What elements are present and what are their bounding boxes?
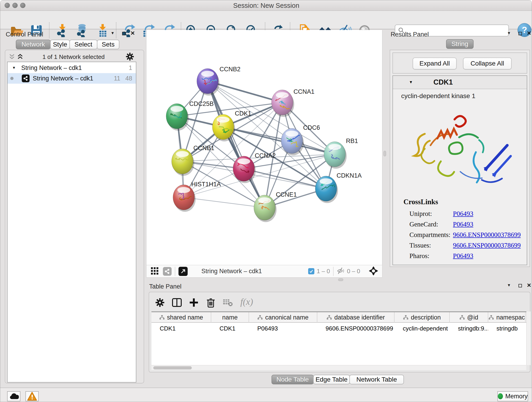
birds-eye-view-button[interactable] xyxy=(368,266,379,277)
column-label: namespac xyxy=(496,314,525,321)
add-column-button[interactable] xyxy=(188,297,200,308)
node-label-HIST1H1A: HIST1H1A xyxy=(191,181,221,188)
column-label: @id xyxy=(467,314,478,321)
column-header-name[interactable]: name xyxy=(211,312,249,323)
edge-CCNB2-CCNE1[interactable] xyxy=(208,81,265,208)
expand-all-button[interactable]: Expand All xyxy=(413,57,457,70)
column-header-namespac[interactable]: namespac xyxy=(488,312,526,323)
vertical-splitter[interactable] xyxy=(382,30,387,278)
gene-section-header[interactable]: ▼ CDK1 xyxy=(393,76,527,89)
node-CCNB2[interactable] xyxy=(197,69,220,96)
column-header-shared-name[interactable]: shared name xyxy=(152,312,211,323)
cell[interactable]: cyclin-dependent ... xyxy=(394,323,450,334)
node-CCNA2[interactable] xyxy=(233,156,256,183)
crosslink-label: GeneCard: xyxy=(409,220,453,228)
column-header-canonical-name[interactable]: canonical name xyxy=(249,312,317,323)
horizontal-splitter[interactable] xyxy=(146,278,532,282)
crosslink-link[interactable]: 9606.ENSP00000378699 xyxy=(453,242,521,249)
results-panel-collapse-button[interactable]: ▼ xyxy=(507,31,511,36)
tab-edge-table[interactable]: Edge Table xyxy=(313,375,350,384)
node-HIST1H1A[interactable] xyxy=(173,185,196,212)
tab-string[interactable]: String xyxy=(446,39,474,49)
selected-checkbox-icon[interactable] xyxy=(308,268,314,274)
control-panel-collapse-button[interactable]: ▼ xyxy=(111,31,114,36)
control-panel-float-button[interactable] xyxy=(122,32,126,36)
cell[interactable]: stringdb:9... xyxy=(450,323,488,334)
import-table-button[interactable] xyxy=(96,24,110,37)
network-share-view-button[interactable] xyxy=(163,267,172,276)
tab-sets[interactable]: Sets xyxy=(97,40,119,49)
crosslink-row: Pharos:P06493 xyxy=(409,250,524,261)
node-CCNE1[interactable] xyxy=(254,195,277,222)
cell[interactable]: CDK1 xyxy=(211,323,249,334)
table-options-gear-button[interactable] xyxy=(154,297,166,308)
float-window-icon xyxy=(122,32,126,35)
crosslink-link[interactable]: 9606.ENSP00000378699 xyxy=(453,231,521,239)
disclosure-triangle-icon[interactable]: ▼ xyxy=(409,80,413,85)
selected-count: 1 – 0 xyxy=(317,268,330,275)
tab-node-table[interactable]: Node Table xyxy=(272,375,314,384)
results-panel-float-button[interactable] xyxy=(519,32,522,36)
node-CCNB1[interactable] xyxy=(172,149,194,176)
edge-HIST1H1A-CCNE1[interactable] xyxy=(184,197,265,208)
show-columns-button[interactable] xyxy=(171,297,183,308)
splitter-grip[interactable] xyxy=(338,279,343,281)
table-panel-float-button[interactable] xyxy=(519,284,522,288)
table-row[interactable]: CDK1CDK1P064939606.ENSP00000378699cyclin… xyxy=(152,323,526,334)
network-edge-count: 48 xyxy=(125,75,132,82)
network-options-gear-button[interactable] xyxy=(126,52,134,62)
gear-icon xyxy=(126,52,134,61)
column-label: description xyxy=(411,314,441,321)
open-in-new-window-button[interactable] xyxy=(178,267,188,276)
horizontal-scrollbar[interactable] xyxy=(152,365,526,370)
node-CDC25B[interactable] xyxy=(166,104,189,131)
tab-select[interactable]: Select xyxy=(70,40,97,49)
results-panel-close-button[interactable]: ✕ xyxy=(527,30,531,36)
control-panel-close-button[interactable]: ✕ xyxy=(130,30,135,36)
splitter-grip[interactable] xyxy=(384,151,386,156)
delete-table-button-disabled[interactable] xyxy=(222,297,234,308)
view-toolbar-divider xyxy=(333,267,334,276)
collapse-all-networks-button[interactable] xyxy=(9,54,15,61)
vertical-scrollbar[interactable] xyxy=(526,312,530,365)
collapse-all-button[interactable]: Collapse All xyxy=(463,57,512,70)
tab-style[interactable]: Style xyxy=(50,40,70,49)
node-CDKN1A[interactable] xyxy=(315,176,338,203)
cell[interactable]: CDK1 xyxy=(152,323,211,334)
tab-network-table[interactable]: Network Table xyxy=(349,375,404,384)
cell[interactable]: stringdb xyxy=(488,323,526,334)
crosslink-link[interactable]: P06493 xyxy=(453,210,473,217)
chevron-down-icon: ▼ xyxy=(507,31,511,35)
chevron-down-icon: ▼ xyxy=(507,283,511,287)
grid-view-button[interactable] xyxy=(151,267,159,276)
cell[interactable]: 9606.ENSP00000378699 xyxy=(317,323,394,334)
delete-column-button[interactable] xyxy=(205,297,216,308)
tab-network[interactable]: Network xyxy=(16,40,51,49)
cloud-status-button[interactable] xyxy=(7,391,20,401)
column-header-database-identifier[interactable]: database identifier xyxy=(317,312,394,323)
crosslink-link[interactable]: P06493 xyxy=(453,220,473,228)
node-CCNA1[interactable] xyxy=(272,90,294,117)
column-header--id[interactable]: @id xyxy=(450,312,488,323)
warnings-button[interactable] xyxy=(25,391,39,401)
function-builder-button[interactable]: f(x) xyxy=(240,296,253,307)
network-graph: CCNB2CCNA1CDC25BCDK1CDC6RB1CCNB1CCNA2CDK… xyxy=(146,30,383,265)
node-RB1[interactable] xyxy=(324,142,347,169)
expand-all-networks-button[interactable] xyxy=(17,54,23,61)
crosslink-link[interactable]: P06493 xyxy=(453,252,473,260)
import-network-button[interactable] xyxy=(56,24,70,37)
network-collection-row[interactable]: ▼ String Network – cdk1 1 xyxy=(7,63,136,73)
table-panel-close-button[interactable]: ✕ xyxy=(527,282,531,288)
cell[interactable]: P06493 xyxy=(249,323,317,334)
network-status-dot-icon xyxy=(10,77,13,80)
network-row-selected[interactable]: String Network – cdk1 11 48 xyxy=(7,73,136,84)
disclosure-triangle-icon[interactable]: ▼ xyxy=(12,66,16,70)
collection-name: String Network – cdk1 xyxy=(21,64,82,71)
memory-button[interactable]: Memory xyxy=(497,391,528,401)
scrollbar-thumb[interactable] xyxy=(153,366,192,370)
column-header-description[interactable]: description xyxy=(394,312,450,323)
import-network-from-database-button[interactable] xyxy=(75,24,89,37)
node-CDK1[interactable] xyxy=(212,114,235,141)
network-view-canvas[interactable]: CCNB2CCNA1CDC25BCDK1CDC6RB1CCNB1CCNA2CDK… xyxy=(146,30,382,265)
table-panel-collapse-button[interactable]: ▼ xyxy=(507,283,511,288)
